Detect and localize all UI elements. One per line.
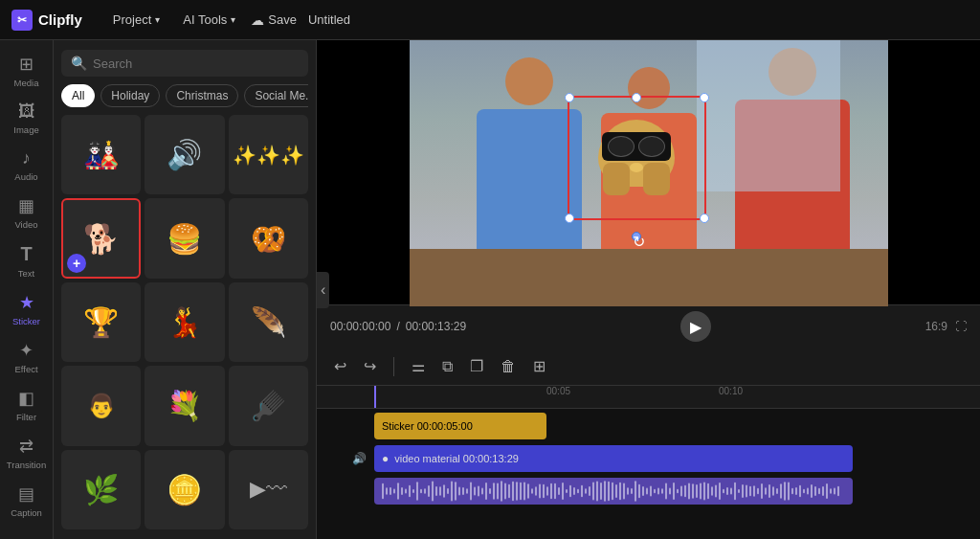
sticker-emoji-4: 🐕 — [83, 222, 119, 256]
sidebar-item-media[interactable]: ⊞ Media — [4, 48, 50, 94]
sidebar-item-caption[interactable]: ▤ Caption — [4, 478, 50, 524]
time-separator: / — [396, 320, 399, 333]
svg-rect-59 — [608, 482, 610, 502]
sidebar-item-filter[interactable]: ◧ Filter — [4, 382, 50, 428]
resize-handle-tr[interactable] — [700, 93, 709, 102]
split-button[interactable]: ⚌ — [408, 353, 429, 379]
category-tab-social[interactable]: Social Me... — [244, 84, 308, 107]
search-input[interactable] — [93, 56, 299, 71]
svg-rect-86 — [711, 486, 713, 495]
sticker-item-9[interactable]: 🪶 — [229, 282, 308, 362]
collapse-panel-button[interactable]: ‹ — [317, 272, 329, 308]
svg-rect-17 — [447, 488, 449, 494]
video-track-content: ● video material 00:00:13:29 — [374, 445, 980, 472]
timeline-ruler: 00:05 00:10 — [317, 386, 980, 409]
delete-button[interactable]: 🗑 — [497, 354, 520, 379]
sticker-item-6[interactable]: 🥨 — [229, 198, 308, 278]
svg-rect-45 — [554, 483, 556, 499]
sticker-track-bar[interactable]: Sticker 00:00:05:00 — [374, 413, 546, 439]
redo-button[interactable]: ↪ — [360, 353, 380, 379]
sticker-item-10[interactable]: 👨 — [61, 366, 141, 445]
sidebar-item-transition[interactable]: ⇄ Transition — [4, 430, 50, 476]
sidebar-item-sticker[interactable]: ★ Sticker — [4, 286, 50, 332]
sticker-item-15[interactable]: ▶〰 — [229, 450, 308, 529]
svg-rect-70 — [650, 485, 652, 496]
sticker-emoji-11: 💐 — [167, 389, 202, 422]
audio-track-bar[interactable] — [374, 478, 853, 505]
sticker-item-12[interactable]: 🪮 — [229, 366, 308, 445]
sticker-track-content: Sticker 00:00:05:00 — [374, 413, 980, 439]
sticker-item-4[interactable]: 🐕 + — [61, 198, 141, 278]
svg-rect-112 — [811, 484, 813, 498]
sticker-overlay[interactable]: ↻ — [568, 96, 706, 220]
svg-rect-64 — [627, 487, 629, 494]
sidebar-item-image[interactable]: 🖼 Image — [4, 96, 50, 141]
effect-icon: ✦ — [19, 340, 33, 361]
sticker-item-14[interactable]: 🪙 — [145, 450, 224, 529]
sidebar-item-effect[interactable]: ✦ Effect — [4, 334, 50, 380]
video-track-bar[interactable]: ● video material 00:00:13:29 — [374, 445, 853, 472]
svg-rect-76 — [673, 483, 675, 500]
sticker-item-3[interactable]: ✨✨✨ — [229, 115, 308, 194]
svg-rect-50 — [573, 487, 575, 495]
category-tab-all[interactable]: All — [61, 84, 95, 107]
sticker-item-5[interactable]: 🍔 — [145, 198, 224, 278]
playhead[interactable] — [374, 386, 376, 408]
play-button[interactable]: ▶ — [680, 311, 711, 342]
category-tab-holiday[interactable]: Holiday — [100, 84, 160, 107]
svg-rect-109 — [799, 485, 801, 498]
svg-rect-89 — [723, 489, 724, 494]
ruler-mark-5: 00:05 — [546, 386, 570, 396]
resize-handle-tl[interactable] — [565, 93, 574, 102]
svg-rect-52 — [581, 485, 583, 497]
resize-handle-br[interactable] — [700, 213, 709, 223]
fullscreen-icon[interactable]: ⛶ — [955, 320, 967, 333]
search-icon: 🔍 — [71, 56, 87, 71]
svg-rect-62 — [619, 483, 621, 500]
sidebar: ⊞ Media 🖼 Image ♪ Audio ▦ Video T Text ★… — [0, 40, 54, 539]
resize-handle-bl[interactable] — [565, 213, 574, 223]
video-track-row: 🔊 ● video material 00:00:13:29 — [317, 443, 980, 474]
svg-rect-16 — [443, 484, 445, 498]
svg-rect-96 — [749, 486, 751, 497]
duplicate-button[interactable]: ❐ — [466, 353, 487, 379]
svg-rect-90 — [726, 487, 728, 495]
project-menu-button[interactable]: Project ▾ — [105, 9, 167, 31]
svg-rect-103 — [776, 488, 778, 494]
svg-rect-92 — [734, 483, 736, 500]
caption-icon: ▤ — [18, 483, 34, 505]
svg-rect-101 — [768, 484, 770, 498]
volume-icon[interactable]: 🔊 — [352, 452, 367, 465]
sidebar-item-audio[interactable]: ♪ Audio — [4, 143, 50, 188]
ai-tools-menu-button[interactable]: AI Tools ▾ — [175, 9, 243, 31]
resize-handle-tm[interactable] — [632, 93, 641, 102]
sidebar-item-video[interactable]: ▦ Video — [4, 190, 50, 236]
svg-rect-98 — [757, 488, 759, 494]
svg-rect-21 — [462, 487, 464, 495]
project-title[interactable]: Untitled — [308, 12, 350, 27]
more-options-button[interactable]: ⊞ — [529, 353, 549, 379]
copy-button[interactable]: ⧉ — [438, 354, 457, 379]
sidebar-item-text[interactable]: T Text — [4, 237, 50, 284]
svg-rect-49 — [569, 485, 571, 498]
svg-rect-43 — [546, 486, 548, 496]
sticker-add-button[interactable]: + — [67, 254, 86, 273]
right-area: ‹ — [317, 40, 980, 539]
current-time: 00:00:00:00 — [330, 320, 390, 333]
svg-rect-51 — [577, 489, 579, 493]
save-button[interactable]: ☁ Save — [251, 12, 297, 28]
svg-rect-15 — [439, 486, 441, 495]
sticker-item-8[interactable]: 💃 — [145, 282, 224, 362]
sticker-item-1[interactable]: 🎎 — [61, 115, 141, 194]
svg-rect-54 — [589, 486, 590, 496]
category-tab-christmas[interactable]: Christmas — [166, 84, 238, 107]
sticker-item-7[interactable]: 🏆 — [61, 282, 141, 362]
undo-button[interactable]: ↩ — [330, 353, 350, 379]
sticker-item-11[interactable]: 💐 — [145, 366, 224, 445]
video-icon: ▦ — [18, 195, 34, 216]
sticker-item-2[interactable]: 🔊 — [145, 115, 224, 194]
rotate-handle[interactable]: ↻ — [632, 232, 641, 241]
svg-rect-40 — [535, 486, 537, 495]
sticker-item-13[interactable]: 🌿 — [61, 450, 141, 529]
svg-rect-33 — [508, 484, 510, 498]
